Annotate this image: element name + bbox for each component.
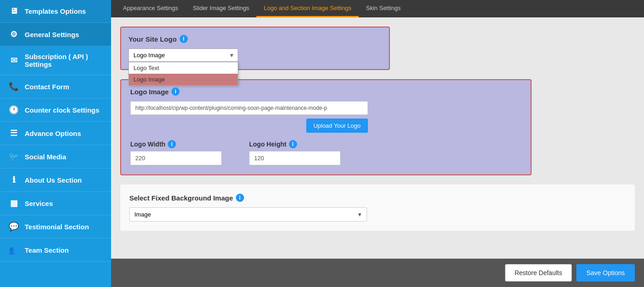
sidebar-icon-counter-clock-settings: 🕐 (8, 105, 19, 115)
main-content: Appearance SettingsSlider Image Settings… (111, 0, 644, 287)
sidebar-icon-services: ▦ (8, 198, 19, 208)
site-logo-label: Your Site Logo (128, 35, 177, 43)
logo-width-input[interactable] (130, 151, 222, 165)
sidebar-item-services[interactable]: ▦Services (0, 192, 111, 215)
logo-width-group: Logo Width i (130, 140, 222, 165)
tab-logo-section-image[interactable]: Logo and Section Image Settings (256, 0, 359, 17)
logo-height-group: Logo Height i (249, 140, 341, 165)
logo-type-select[interactable]: Logo Image Logo Text (128, 49, 238, 62)
logo-image-title: Logo Image i (130, 87, 522, 96)
restore-defaults-button[interactable]: Restore Defaults (505, 264, 572, 282)
logo-type-dropdown-wrapper: Logo Image Logo Text ▼ Logo Text Logo Im… (128, 49, 238, 62)
sidebar-icon-advance-options: ☰ (8, 128, 19, 138)
sidebar-icon-subscription-api: ✉ (8, 55, 19, 65)
sidebar-item-general-settings[interactable]: ⚙General Settings (0, 23, 111, 46)
sidebar-label-general-settings: General Settings (25, 31, 79, 38)
sidebar-icon-team-section: 👥 (8, 245, 19, 255)
logo-url-input[interactable] (130, 101, 368, 115)
logo-height-info-icon[interactable]: i (289, 140, 297, 148)
background-select-label: Select Fixed Background Image i (129, 194, 626, 202)
sidebar-label-social-media: Social Media (25, 153, 66, 161)
sidebar-label-contact-form: Contact Form (25, 83, 69, 91)
background-section-card: Select Fixed Background Image i Image Co… (120, 184, 635, 231)
logo-width-info-icon[interactable]: i (168, 140, 176, 148)
logo-image-card: Logo Image i Upload Your Logo Logo Width… (120, 79, 532, 175)
logo-height-input[interactable] (249, 151, 341, 165)
sidebar-item-contact-form[interactable]: 📞Contact Form (0, 75, 111, 98)
logo-height-label: Logo Height i (249, 140, 341, 148)
content-area: Your Site Logo i Logo Image Logo Text ▼ … (111, 17, 644, 259)
sidebar-label-counter-clock-settings: Counter clock Settings (25, 106, 99, 114)
logo-width-text: Logo Width (130, 141, 165, 148)
logo-image-label: Logo Image (130, 88, 169, 96)
dropdown-option-logo-image[interactable]: Logo Image (129, 74, 238, 85)
background-label-text: Select Fixed Background Image (129, 194, 233, 202)
logo-image-info-icon[interactable]: i (171, 87, 180, 96)
sidebar-icon-contact-form: 📞 (8, 81, 19, 92)
sidebar-icon-templates-options: 🖥 (8, 6, 19, 16)
sidebar-item-templates-options[interactable]: 🖥Templates Options (0, 0, 111, 23)
sidebar-item-about-us-section[interactable]: ℹAbout Us Section (0, 168, 111, 192)
logo-height-text: Logo Height (249, 141, 287, 148)
save-options-button[interactable]: Save Options (576, 264, 635, 282)
sidebar-item-subscription-api[interactable]: ✉Subscription ( API ) Settings (0, 46, 111, 75)
dropdown-option-logo-text[interactable]: Logo Text (129, 62, 238, 74)
upload-logo-button[interactable]: Upload Your Logo (306, 119, 368, 133)
sidebar-label-subscription-api: Subscription ( API ) Settings (25, 53, 103, 68)
sidebar-item-counter-clock-settings[interactable]: 🕐Counter clock Settings (0, 98, 111, 122)
sidebar-icon-about-us-section: ℹ (8, 175, 19, 185)
background-select[interactable]: Image Color (129, 207, 367, 222)
sidebar-item-team-section[interactable]: 👥Team Section (0, 238, 111, 262)
upload-row: Upload Your Logo (130, 119, 368, 133)
sidebar-label-testimonial-section: Testimonial Section (25, 223, 89, 231)
sidebar-label-advance-options: Advance Options (25, 130, 81, 137)
sidebar-icon-general-settings: ⚙ (8, 29, 19, 39)
site-logo-info-icon[interactable]: i (180, 35, 188, 43)
sidebar-item-advance-options[interactable]: ☰Advance Options (0, 122, 111, 145)
footer-bar: Restore Defaults Save Options (111, 259, 644, 287)
site-logo-title: Your Site Logo i (128, 35, 382, 43)
sidebar-item-testimonial-section[interactable]: 💬Testimonial Section (0, 215, 111, 238)
logo-type-dropdown-list: Logo Text Logo Image (128, 62, 238, 86)
tab-slider-image[interactable]: Slider Image Settings (186, 0, 257, 17)
sidebar: 🖥Templates Options⚙General Settings✉Subs… (0, 0, 111, 287)
sidebar-label-about-us-section: About Us Section (25, 176, 82, 184)
sidebar-label-team-section: Team Section (25, 246, 69, 254)
background-info-icon[interactable]: i (236, 194, 244, 202)
tab-appearance[interactable]: Appearance Settings (116, 0, 186, 17)
logo-width-label: Logo Width i (130, 140, 222, 148)
sidebar-icon-social-media: 🐦 (8, 152, 19, 162)
site-logo-card: Your Site Logo i Logo Image Logo Text ▼ … (120, 27, 390, 70)
sidebar-label-services: Services (25, 200, 53, 207)
dimensions-row: Logo Width i Logo Height i (130, 140, 522, 165)
sidebar-icon-testimonial-section: 💬 (8, 222, 19, 232)
sidebar-label-templates-options: Templates Options (25, 7, 86, 15)
background-select-wrapper: Image Color ▼ (129, 207, 367, 222)
tab-skin-settings[interactable]: Skin Settings (359, 0, 408, 17)
sidebar-item-social-media[interactable]: 🐦Social Media (0, 145, 111, 168)
top-tabs: Appearance SettingsSlider Image Settings… (111, 0, 644, 17)
